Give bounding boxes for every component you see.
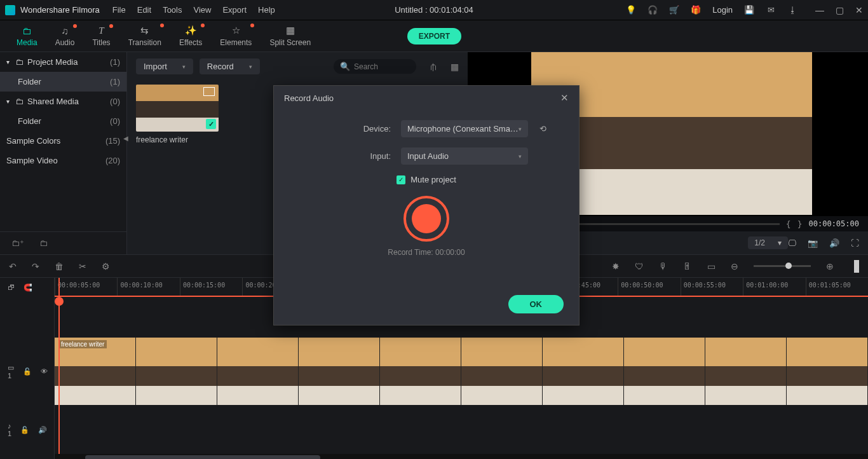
snapshot-icon[interactable]: 📷 xyxy=(808,238,818,248)
delete-icon[interactable]: 🗑 xyxy=(55,261,64,271)
preview-scale-dropdown[interactable]: 1/2▾ xyxy=(748,236,788,249)
redo-icon[interactable]: ↷ xyxy=(32,261,39,271)
document-title: Untitled : 00:01:04:04 xyxy=(395,5,473,15)
tab-media[interactable]: 🗀Media xyxy=(8,22,46,51)
sidebar-folder-1[interactable]: Folder(1) xyxy=(0,72,126,92)
menu-file[interactable]: File xyxy=(112,5,126,15)
menu-view[interactable]: View xyxy=(193,5,211,15)
mute-icon[interactable]: 🔊 xyxy=(38,426,47,434)
audio-track[interactable] xyxy=(55,421,868,440)
zoom-slider[interactable] xyxy=(754,265,811,267)
input-label: Input: xyxy=(293,151,401,161)
save-icon[interactable]: 💾 xyxy=(744,5,754,15)
preview-timecode: 00:00:05:00 xyxy=(809,219,859,228)
tab-audio[interactable]: ♫Audio xyxy=(46,22,84,51)
close-icon[interactable]: ✕ xyxy=(855,5,863,15)
tab-transition[interactable]: ⇆Transition xyxy=(119,21,170,51)
audio-mixer-icon[interactable]: 🎚 xyxy=(683,261,692,271)
record-audio-dialog: Record Audio ✕ Device: Microphone (Conex… xyxy=(273,85,580,325)
mute-project-label: Mute project xyxy=(410,175,456,184)
menu-edit[interactable]: Edit xyxy=(137,5,151,15)
sidebar-folder-2[interactable]: Folder(0) xyxy=(0,111,126,131)
voiceover-icon[interactable]: 🎙 xyxy=(659,261,668,271)
filter-icon[interactable]: ⫛ xyxy=(429,62,438,72)
lock-icon[interactable]: 🔓 xyxy=(23,367,32,376)
sidebar-shared-media[interactable]: ▾🗀Shared Media(0) xyxy=(0,92,126,111)
audio-track-header[interactable]: ♪ 1 🔓 🔊 xyxy=(0,420,54,439)
track-headers: 🗗 🧲 ▭ 1 🔓 👁 ♪ 1 🔓 🔊 xyxy=(0,278,55,459)
menu-tools[interactable]: Tools xyxy=(163,5,182,15)
volume-icon[interactable]: 🔊 xyxy=(829,238,839,248)
zoom-in-icon[interactable]: ⊕ xyxy=(826,261,834,271)
sidebar-sample-video[interactable]: Sample Video(20) xyxy=(0,151,126,170)
adjust-icon[interactable]: ⚙ xyxy=(102,261,110,271)
search-field[interactable] xyxy=(354,62,405,71)
tab-elements[interactable]: ☆Elements xyxy=(211,21,261,51)
app-name: Wondershare Filmora xyxy=(20,5,100,15)
effects-icon[interactable]: ✸ xyxy=(612,261,620,271)
thumbnail-label: freelance writer xyxy=(136,135,219,144)
main-menu: File Edit Tools View Export Help xyxy=(112,5,275,15)
menu-help[interactable]: Help xyxy=(258,5,275,15)
sidebar-project-media[interactable]: ▾🗀Project Media(1) xyxy=(0,52,126,72)
mark-out-icon[interactable]: } xyxy=(797,219,803,229)
clip-label: freelance writer xyxy=(58,340,107,348)
import-dropdown[interactable]: Import▾ xyxy=(136,58,193,74)
message-icon[interactable]: ✉ xyxy=(766,5,776,15)
split-icon[interactable]: ✂ xyxy=(79,261,86,271)
title-bar: Wondershare Filmora File Edit Tools View… xyxy=(0,0,868,20)
media-sidebar: ▾🗀Project Media(1) Folder(1) ▾🗀Shared Me… xyxy=(0,52,127,254)
collapse-handle-icon[interactable]: ◀ xyxy=(123,135,128,142)
device-label: Device: xyxy=(293,124,401,134)
media-thumbnail[interactable]: ✓ freelance writer xyxy=(136,85,219,144)
link-track-icon[interactable]: 🗗 xyxy=(8,284,15,291)
record-dropdown[interactable]: Record▾ xyxy=(200,58,260,74)
visibility-icon[interactable]: 👁 xyxy=(41,367,48,375)
module-tabs: 🗀Media ♫Audio TTitles ⇆Transition ✨Effec… xyxy=(0,20,868,52)
fullscreen-icon[interactable]: ⛶ xyxy=(851,238,859,248)
lock-icon[interactable]: 🔓 xyxy=(20,426,29,434)
gift-icon[interactable]: 🎁 xyxy=(691,5,701,15)
video-track-header[interactable]: ▭ 1 🔓 👁 xyxy=(0,338,54,405)
dialog-title: Record Audio xyxy=(284,93,334,103)
support-icon[interactable]: 🎧 xyxy=(648,5,658,15)
dialog-close-icon[interactable]: ✕ xyxy=(560,92,569,104)
open-folder-icon[interactable]: 🗀 xyxy=(39,238,48,248)
render-icon[interactable]: ▭ xyxy=(707,261,715,271)
video-clip[interactable]: freelance writer xyxy=(55,338,136,405)
video-track[interactable]: freelance writer xyxy=(55,338,868,405)
menu-export[interactable]: Export xyxy=(222,5,247,15)
mark-in-icon[interactable]: { xyxy=(786,219,791,229)
tips-icon[interactable]: 💡 xyxy=(626,5,636,15)
grid-view-icon[interactable]: ▦ xyxy=(451,62,459,72)
export-button[interactable]: EXPORT xyxy=(407,28,461,45)
minimize-icon[interactable]: — xyxy=(815,5,824,15)
timeline-scrollbar[interactable] xyxy=(55,454,868,459)
sidebar-sample-colors[interactable]: Sample Colors(15) xyxy=(0,131,126,151)
login-button[interactable]: Login xyxy=(712,5,733,15)
check-icon: ✓ xyxy=(206,119,216,129)
tab-split-screen[interactable]: ▦Split Screen xyxy=(261,21,320,51)
download-icon[interactable]: ⭳ xyxy=(787,5,797,15)
cart-icon[interactable]: 🛒 xyxy=(669,5,679,15)
ok-button[interactable]: OK xyxy=(508,295,564,313)
marker-icon[interactable]: 🛡 xyxy=(635,261,644,271)
search-input[interactable]: 🔍 xyxy=(334,59,416,74)
zoom-fit-icon[interactable] xyxy=(854,260,859,273)
zoom-out-icon[interactable]: ⊖ xyxy=(731,261,738,271)
search-icon: 🔍 xyxy=(340,62,350,71)
record-button[interactable] xyxy=(403,196,449,242)
playhead[interactable] xyxy=(58,278,60,459)
maximize-icon[interactable]: ▢ xyxy=(836,5,844,15)
new-folder-icon[interactable]: 🗀⁺ xyxy=(11,238,24,248)
refresh-icon[interactable]: ⟲ xyxy=(539,124,546,134)
display-icon[interactable]: 🖵 xyxy=(788,238,796,248)
undo-icon[interactable]: ↶ xyxy=(9,261,17,271)
tab-titles[interactable]: TTitles xyxy=(83,22,119,51)
device-select[interactable]: Microphone (Conexant SmartAu▾ xyxy=(401,120,528,137)
record-time-label: Record Time: 00:00:00 xyxy=(293,248,560,257)
mute-project-checkbox[interactable]: ✓ xyxy=(397,175,405,184)
tab-effects[interactable]: ✨Effects xyxy=(170,21,211,51)
input-select[interactable]: Input Audio▾ xyxy=(401,147,528,165)
magnet-icon[interactable]: 🧲 xyxy=(24,284,32,292)
